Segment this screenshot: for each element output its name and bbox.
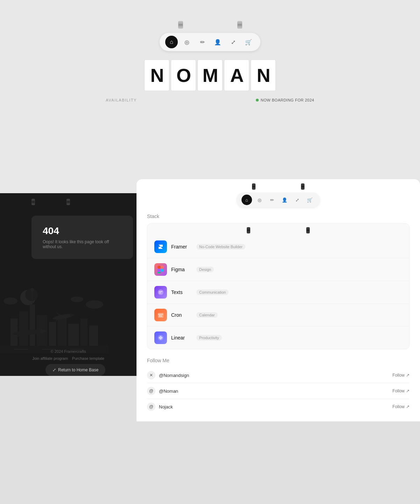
- x-follow-button[interactable]: Follow ↗: [392, 373, 410, 378]
- cloud-left: [4, 298, 18, 304]
- linear-name: Linear: [171, 335, 192, 341]
- figma-name: Figma: [171, 267, 192, 272]
- mini-nav-home[interactable]: ⌂: [241, 195, 252, 205]
- linear-tag: Productivity: [196, 335, 222, 341]
- framer-icon: [154, 240, 167, 253]
- stack-item-framer[interactable]: Framer No-Code Website Builder: [147, 236, 409, 258]
- nav-pen-icon[interactable]: ✏: [196, 36, 209, 48]
- x-follow-label: Follow: [392, 373, 405, 378]
- nav-link-icon[interactable]: ⤢: [227, 36, 239, 48]
- nav-cart-icon[interactable]: 🛒: [242, 36, 255, 48]
- boarding-badge: NOW BOARDING FOR 2024: [256, 98, 314, 102]
- mini-nav-palette[interactable]: ◎: [254, 195, 265, 205]
- svg-marker-2: [55, 311, 61, 316]
- nojack-follow-icon: ↗: [406, 404, 410, 409]
- boarding-text: NOW BOARDING FOR 2024: [261, 98, 314, 102]
- mini-nav-user[interactable]: 👤: [279, 195, 290, 205]
- follow-nojack-left: @ Nojack: [147, 402, 173, 411]
- texts-tag: Communication: [196, 289, 229, 295]
- svg-point-11: [161, 269, 164, 272]
- availability-label: AVAILABILITY: [106, 98, 137, 102]
- follow-threads-left: @ @Noman: [147, 387, 178, 395]
- footer-copyright: © 2024 Framercrafts: [8, 349, 128, 354]
- nojack-follow-button[interactable]: Follow ↗: [392, 404, 410, 409]
- status-dot: [256, 99, 259, 102]
- letter-o: O: [171, 59, 196, 91]
- dark-screw-left: [31, 199, 35, 205]
- footer: © 2024 Framercrafts Join affiliate progr…: [0, 341, 136, 369]
- top-section: ⌂ ◎ ✏ 👤 ⤢ 🛒 N O M A N AVAILABILITY NOW B…: [0, 0, 420, 116]
- stack-item-figma[interactable]: Figma Design: [147, 258, 409, 281]
- cron-icon: 31: [154, 309, 167, 321]
- threads-follow-label: Follow: [392, 388, 405, 393]
- framer-tag: No-Code Website Builder: [196, 244, 245, 250]
- mini-nav-pen[interactable]: ✏: [267, 195, 277, 205]
- svg-rect-10: [158, 269, 161, 272]
- footer-links: Join affiliate program Purchase template: [8, 356, 128, 360]
- svg-text:31: 31: [159, 314, 162, 317]
- follow-item-x[interactable]: ✕ @Nomandsign Follow ↗: [147, 368, 410, 383]
- svg-rect-8: [158, 266, 161, 269]
- x-follow-icon: ↗: [406, 373, 410, 378]
- figma-icon: [154, 263, 167, 276]
- follow-item-nojack[interactable]: @ Nojack Follow ↗: [147, 399, 410, 414]
- follow-x-left: ✕ @Nomandsign: [147, 371, 189, 379]
- stack-item-linear[interactable]: Linear Productivity: [147, 327, 409, 349]
- cloud-top-right: [71, 296, 83, 302]
- figma-tag: Design: [196, 267, 214, 272]
- stack-card: Framer No-Code Website Builder: [147, 223, 410, 349]
- letter-n: N: [144, 59, 169, 91]
- follow-item-threads[interactable]: @ @Noman Follow ↗: [147, 383, 410, 399]
- follow-title: Follow Me: [147, 358, 410, 363]
- svg-marker-1: [70, 313, 76, 317]
- left-dark-content: 404 Oops! It looks like this page took o…: [0, 193, 136, 376]
- cron-tag: Calendar: [196, 312, 218, 318]
- letter-a: A: [224, 59, 249, 91]
- panel-screw-left: [252, 183, 255, 190]
- stack-item-cron[interactable]: 31 Cron Calendar: [147, 304, 409, 327]
- texts-name: Texts: [171, 289, 192, 295]
- threads-handle: @Noman: [159, 388, 178, 394]
- stack-card-screws: [147, 224, 409, 236]
- nojack-handle: Nojack: [159, 404, 173, 410]
- screw-left: [178, 21, 183, 29]
- right-panel: ⌂ ◎ ✏ 👤 ⤢ 🛒 Stack: [136, 179, 420, 421]
- texts-icon: [154, 286, 167, 299]
- card-screw-left: [247, 227, 250, 233]
- mini-nav-link[interactable]: ⤢: [292, 195, 302, 205]
- main-navbar: ⌂ ◎ ✏ 👤 ⤢ 🛒: [160, 33, 260, 51]
- panel-screws: [136, 179, 420, 192]
- cron-name: Cron: [171, 312, 192, 318]
- screw-right: [237, 21, 242, 29]
- nav-home-icon[interactable]: ⌂: [165, 36, 178, 48]
- error-message: Oops! It looks like this page took off w…: [43, 239, 122, 249]
- panel-screw-right: [301, 183, 304, 190]
- purchase-link[interactable]: Purchase template: [72, 356, 104, 360]
- card-screw-right: [306, 227, 310, 233]
- error-code: 404: [43, 225, 122, 237]
- stack-item-texts[interactable]: Texts Communication: [147, 281, 409, 304]
- nav-palette-icon[interactable]: ◎: [181, 36, 193, 48]
- threads-follow-button[interactable]: Follow ↗: [392, 388, 410, 393]
- linear-icon: [154, 331, 167, 344]
- nav-user-icon[interactable]: 👤: [211, 36, 224, 48]
- svg-rect-9: [161, 266, 164, 269]
- svg-rect-12: [158, 272, 161, 273]
- mini-nav-cart[interactable]: 🛒: [304, 195, 315, 205]
- nojack-platform-icon: @: [147, 402, 155, 411]
- affiliate-link[interactable]: Join affiliate program: [32, 356, 68, 360]
- letter-n2: N: [251, 59, 276, 91]
- right-panel-content: ⌂ ◎ ✏ 👤 ⤢ 🛒 Stack: [136, 179, 420, 421]
- cloud-right: [86, 300, 103, 309]
- threads-follow-icon: ↗: [406, 388, 410, 393]
- error-card: 404 Oops! It looks like this page took o…: [31, 216, 133, 259]
- letter-m: M: [197, 59, 223, 91]
- noman-title: N O M A N: [144, 59, 276, 91]
- antenna-top: [30, 288, 34, 292]
- dark-screws: [0, 193, 136, 205]
- mini-navbar: ⌂ ◎ ✏ 👤 ⤢ 🛒: [237, 192, 320, 207]
- svg-point-13: [158, 289, 163, 295]
- threads-platform-icon: @: [147, 387, 155, 395]
- top-screws: [178, 21, 242, 29]
- building-tower: [30, 304, 35, 346]
